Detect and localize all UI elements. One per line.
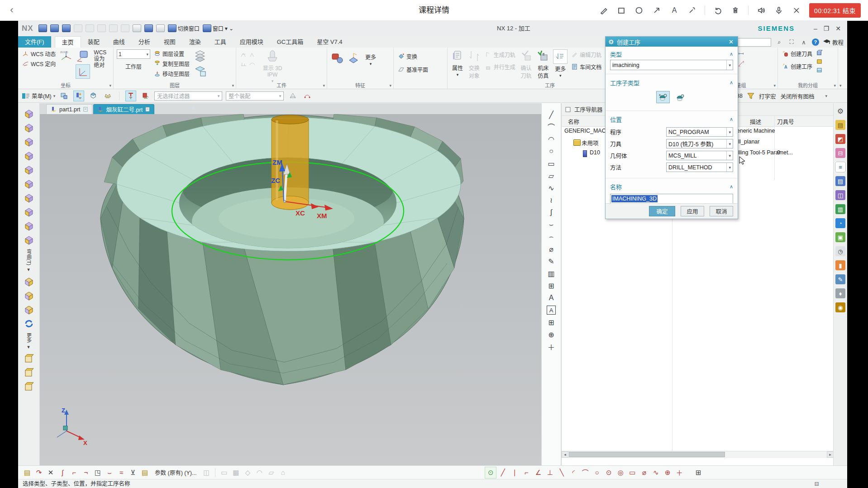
scroll-thumb[interactable] [569,452,725,457]
arc-down-icon[interactable]: ⌢ [545,231,557,243]
s-curve-icon[interactable]: ∫ [57,467,68,478]
view-orient-icon[interactable] [59,91,70,101]
u-curve-icon[interactable]: ⌣ [104,467,115,478]
web-browser-icon[interactable]: ◔ [835,218,845,228]
ribbon-tab[interactable]: 星空 V7.4 [310,36,349,48]
constraint-navigator-icon[interactable]: ◩ [835,134,845,144]
help-icon[interactable]: ? [812,38,819,46]
point-icon[interactable]: ⊕ [545,329,557,340]
ribbon-tab[interactable]: 装配 [81,36,106,48]
circle-icon[interactable]: ○ [545,145,557,157]
tutorial-button[interactable]: 教程 [823,38,844,47]
pen-icon[interactable] [599,5,609,15]
layer-settings-button[interactable]: 图层设置 [153,49,191,58]
collapse-chevron-icon[interactable]: ∧ [730,116,733,122]
vertical-line-icon[interactable]: ∣ [509,467,520,478]
parameters-original-button[interactable]: 参数 (原有) (Y)... [155,468,196,477]
ok-button[interactable]: 确定 [649,206,675,216]
sphere-feature-icon[interactable] [23,367,35,379]
back-line-icon[interactable]: ╲ [556,467,567,478]
boxed-text-icon[interactable]: A [547,306,556,315]
column-toolnum[interactable]: 刀具号 [777,117,794,126]
bridge-curve-icon[interactable]: ↷ [33,467,44,478]
arrow-icon[interactable] [652,5,662,15]
shop-doc-button[interactable]: 车间文档 [570,62,602,71]
move-face-icon[interactable] [23,108,35,120]
house-icon[interactable]: ⌂ [277,467,288,478]
create-operation-button[interactable]: 创建工序 [781,62,813,71]
more-group-label[interactable]: 更多 ▾ [25,333,33,350]
helix-icon[interactable]: ∫ [545,206,557,218]
overflow-chevron-icon[interactable]: ▾ [825,94,827,98]
operation-more-button[interactable]: 更多▾ [553,49,568,78]
box-feature-icon[interactable] [23,353,35,365]
work-layer-select[interactable]: 1▾ [117,49,150,59]
circle-tool-icon[interactable]: ○ [591,467,602,478]
wave-icon[interactable]: ∿ [650,467,661,478]
robot-assist-icon[interactable]: ♦ [835,288,845,298]
dialog-titlebar[interactable]: 创建工序 ✕ [606,37,738,47]
recording-timer-badge[interactable]: 00:02:31 结束 [809,3,861,18]
crown-select-icon[interactable] [102,91,113,101]
ribbon-tab[interactable]: GC工具箱 [270,36,310,48]
location-select[interactable]: NC_PROGRAM▾ [666,127,733,137]
detail-filter-icon[interactable] [140,91,151,101]
intersect-icon[interactable]: ✕ [45,467,56,478]
wcs-orient-button[interactable]: WCS 定向 [21,59,57,68]
small-cube-icon[interactable] [816,49,823,56]
redo-icon[interactable] [86,24,94,32]
cylinder-feature-icon[interactable] [23,381,35,393]
ribbon-tab[interactable]: 视图 [157,36,182,48]
copy-face-icon[interactable] [23,178,35,190]
rectangle-icon[interactable] [616,5,626,15]
ribbon-tab[interactable]: 渲染 [182,36,208,48]
column-name[interactable]: 名称 [568,117,579,126]
corner2-icon[interactable]: ¬ [81,467,91,478]
mirror-face-icon[interactable] [23,220,35,232]
chamfer-page-icon[interactable]: ◳ [92,467,103,478]
small-sheet-icon[interactable] [816,58,823,65]
exchange-object-button[interactable]: 交换对象 [467,49,482,79]
angle-icon[interactable]: ∠ [533,467,544,478]
project-icon[interactable]: ⊻ [128,467,138,478]
snap-icon[interactable] [302,91,313,101]
typing-macro-button[interactable]: 打字宏 [759,92,776,100]
dot-circle-icon[interactable]: ⊙ [603,467,614,478]
operation-navigator-icon[interactable]: ≡ [835,162,845,172]
location-select[interactable]: D10 (铣刀-5 参数)▾ [666,139,733,148]
machine-simulation-button[interactable]: 机床仿真 [536,49,550,79]
small-stripe-icon[interactable] [816,67,823,73]
dialog-close-icon[interactable]: ✕ [727,38,735,45]
ribbon-tab[interactable]: 分析 [132,36,157,48]
text-icon[interactable]: A [669,5,679,15]
undo-icon[interactable] [713,5,723,15]
diamond-face-icon[interactable]: ◇ [242,467,253,478]
cut-icon[interactable] [97,24,106,32]
column-desc[interactable]: 描述 [750,117,761,126]
microphone-icon[interactable] [774,5,784,15]
pattern-face-icon[interactable] [23,234,35,246]
status-panel-icon[interactable]: ⊟ [815,479,819,488]
offset-region-icon[interactable] [23,136,35,148]
text-tool-icon[interactable]: A [545,292,557,304]
process-navigator-icon[interactable]: ◫ [835,190,845,200]
perpendicular-icon[interactable]: ⊥ [544,467,555,478]
minimize-button[interactable]: – [814,25,817,32]
fullscreen-icon[interactable]: ⛶ [787,38,796,46]
spline-icon[interactable]: ∿ [545,182,557,194]
csys-triad-icon[interactable]: (0,0,0) [59,49,73,63]
datum-plane-button[interactable]: 基准平面 [397,65,429,74]
copy-icon[interactable] [109,24,118,32]
operation-name-input[interactable]: IMACHINING_3D [610,194,733,204]
viewport[interactable]: ZM ZC XC XM Z X [40,114,541,465]
edit-section-icon[interactable] [23,276,35,287]
corner-icon[interactable]: ⌐ [69,467,80,478]
line-icon[interactable]: ╱ [545,109,557,120]
wireframe-box-icon[interactable]: ◫ [201,467,212,478]
grid-snap-icon[interactable]: ⊞ [693,467,704,478]
menu-button[interactable]: 菜单(M)▾ [22,91,55,100]
verify-toolpath-button[interactable]: 确认刀轨 [519,49,534,79]
mesh-icon[interactable]: ▦ [230,467,241,478]
fillet-icon[interactable]: ◠ [545,133,557,145]
swept-icon[interactable]: ▱ [266,467,277,478]
